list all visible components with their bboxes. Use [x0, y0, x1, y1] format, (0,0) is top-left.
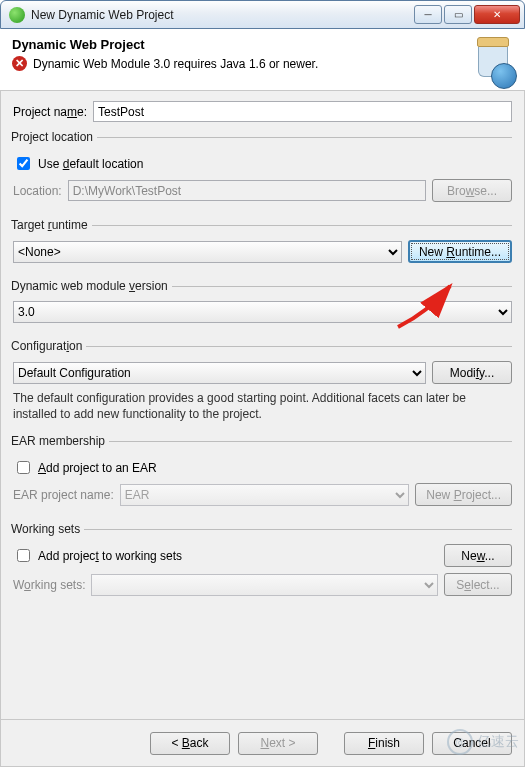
- use-default-location-label: Use default location: [38, 157, 143, 171]
- eclipse-icon: [9, 7, 25, 23]
- working-sets-group: Working sets Add project to working sets…: [13, 522, 512, 604]
- window-controls: ─ ▭ ✕: [414, 5, 520, 24]
- new-working-set-button[interactable]: New...: [444, 544, 512, 567]
- project-name-input[interactable]: [93, 101, 512, 122]
- web-module-version-group: Dynamic web module version 3.0: [13, 279, 512, 331]
- ear-membership-group: EAR membership Add project to an EAR EAR…: [13, 434, 512, 514]
- project-name-label: Project name:: [13, 105, 87, 119]
- ear-project-name-label: EAR project name:: [13, 488, 114, 502]
- configuration-legend: Configuration: [11, 339, 86, 353]
- configuration-group: Configuration Default Configuration Modi…: [13, 339, 512, 426]
- ear-project-name-select: EAR: [120, 484, 410, 506]
- working-sets-label: Working sets:: [13, 578, 85, 592]
- modify-button[interactable]: Modify...: [432, 361, 512, 384]
- project-location-group: Project location Use default location Lo…: [13, 130, 512, 210]
- finish-button[interactable]: Finish: [344, 732, 424, 755]
- configuration-description: The default configuration provides a goo…: [13, 390, 512, 422]
- working-sets-select: [91, 574, 438, 596]
- target-runtime-select[interactable]: <None>: [13, 241, 402, 263]
- close-button[interactable]: ✕: [474, 5, 520, 24]
- use-default-location-checkbox[interactable]: [17, 157, 30, 170]
- add-to-working-sets-label: Add project to working sets: [38, 549, 182, 563]
- cancel-button[interactable]: Cancel: [432, 732, 512, 755]
- back-button[interactable]: < Back: [150, 732, 230, 755]
- location-input: [68, 180, 426, 201]
- add-to-working-sets-checkbox[interactable]: [17, 549, 30, 562]
- minimize-button[interactable]: ─: [414, 5, 442, 24]
- banner-error-text: Dynamic Web Module 3.0 requires Java 1.6…: [33, 57, 318, 71]
- banner-decor-icon: [465, 37, 513, 85]
- new-runtime-button[interactable]: New Runtime...: [408, 240, 512, 263]
- browse-button: Browse...: [432, 179, 512, 202]
- target-runtime-group: Target runtime <None> New Runtime...: [13, 218, 512, 271]
- new-ear-project-button: New Project...: [415, 483, 512, 506]
- working-sets-legend: Working sets: [11, 522, 84, 536]
- error-icon: ✕: [12, 56, 27, 71]
- add-to-ear-label: Add project to an EAR: [38, 461, 157, 475]
- location-label: Location:: [13, 184, 62, 198]
- wizard-banner: Dynamic Web Project ✕ Dynamic Web Module…: [0, 29, 525, 91]
- wizard-content: Project name: Project location Use defau…: [0, 91, 525, 719]
- web-module-version-legend: Dynamic web module version: [11, 279, 172, 293]
- banner-heading: Dynamic Web Project: [12, 37, 465, 52]
- select-working-sets-button: Select...: [444, 573, 512, 596]
- next-button: Next >: [238, 732, 318, 755]
- web-module-version-select[interactable]: 3.0: [13, 301, 512, 323]
- ear-membership-legend: EAR membership: [11, 434, 109, 448]
- configuration-select[interactable]: Default Configuration: [13, 362, 426, 384]
- wizard-footer: < Back Next > Finish Cancel: [0, 719, 525, 767]
- window-title: New Dynamic Web Project: [31, 8, 414, 22]
- maximize-button[interactable]: ▭: [444, 5, 472, 24]
- target-runtime-legend: Target runtime: [11, 218, 92, 232]
- globe-icon: [491, 63, 517, 89]
- project-location-legend: Project location: [11, 130, 97, 144]
- titlebar: New Dynamic Web Project ─ ▭ ✕: [0, 0, 525, 29]
- add-to-ear-checkbox[interactable]: [17, 461, 30, 474]
- banner-error: ✕ Dynamic Web Module 3.0 requires Java 1…: [12, 56, 465, 71]
